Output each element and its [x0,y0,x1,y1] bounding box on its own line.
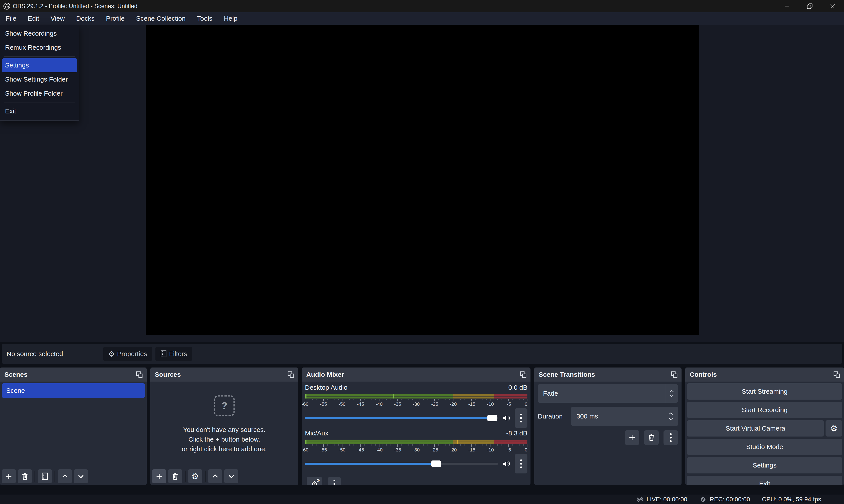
close-icon [829,3,836,10]
scale-label: -20 [450,447,457,453]
scale-label: -25 [431,401,438,407]
preview-canvas[interactable] [146,24,699,335]
menu-separator [4,102,75,103]
mixer-menu-button[interactable] [328,477,341,485]
mixer-channel-desktop-audio: Desktop Audio 0.0 dB -60-55-50-45- [305,384,527,428]
slider-handle[interactable] [431,461,441,467]
meter-tick-marks [305,445,527,447]
start-streaming-button[interactable]: Start Streaming [687,383,842,400]
close-button[interactable] [821,0,844,12]
filters-button[interactable]: Filters [156,347,192,361]
menubar-item[interactable]: File [0,12,22,24]
menu-item-show-profile-folder[interactable]: Show Profile Folder [0,86,79,101]
volume-slider[interactable] [305,417,498,419]
transition-menu-button[interactable] [664,430,678,445]
kebab-icon [334,480,335,485]
volume-slider[interactable] [305,463,498,465]
filters-icon [160,350,167,358]
mixer-channel-mic-aux: Mic/Aux -8.3 dB -60-55-50-45-40-35 [305,430,527,473]
minimize-button[interactable] [775,0,798,12]
duration-spinbox[interactable]: 300 ms [571,407,678,426]
plus-icon [628,434,636,442]
transition-select[interactable]: Fade [538,384,678,403]
settings-button[interactable]: Settings [687,457,842,473]
duration-label: Duration [538,413,571,420]
volume-meter [305,394,527,398]
start-virtual-camera-button[interactable]: Start Virtual Camera [687,420,824,436]
exit-button[interactable]: Exit [687,476,842,485]
audio-mixer-title: Audio Mixer [306,371,344,378]
menubar-item[interactable]: Scene Collection [130,12,191,24]
kebab-icon [520,414,522,422]
filters-icon [41,472,49,480]
controls-body: Start Streaming Start Recording Start Vi… [685,382,844,485]
toolbar-separator [185,471,185,482]
scale-label: -5 [507,447,511,453]
remove-source-button[interactable] [168,469,182,483]
start-recording-button[interactable]: Start Recording [687,402,842,418]
scale-label: -40 [376,401,382,407]
channel-menu-button[interactable] [515,454,527,473]
scene-filters-button[interactable] [38,469,52,483]
toolbar-separator [205,471,205,482]
scale-label: 0 [525,447,527,453]
spin-up-button[interactable] [668,412,674,415]
menu-item-settings[interactable]: Settings [2,58,77,72]
source-properties-button[interactable]: ⚙ [188,469,202,483]
scale-label: -50 [339,447,346,453]
chevron-down-icon [227,472,235,480]
scale-label: -45 [357,401,364,407]
menubar-item[interactable]: View [45,12,70,24]
add-source-button[interactable] [152,469,166,483]
source-status-text: No source selected [2,350,103,358]
menubar-item[interactable]: Tools [191,12,218,24]
plus-icon [5,472,13,480]
scenes-panel-header: Scenes [0,367,147,382]
menu-item-exit[interactable]: Exit [0,104,79,118]
move-scene-up-button[interactable] [58,469,72,483]
scale-label: -60 [302,447,308,453]
duration-value: 300 ms [571,413,664,420]
gear-icon: ⚙ [830,424,838,433]
remove-transition-button[interactable] [644,430,659,445]
menubar-item[interactable]: Help [218,12,243,24]
kebab-icon [520,460,522,468]
menu-item-show-settings-folder[interactable]: Show Settings Folder [0,72,79,86]
scale-label: -55 [320,447,327,453]
restore-button[interactable] [798,0,821,12]
add-scene-button[interactable] [2,469,16,483]
properties-button[interactable]: ⚙ Properties [103,347,152,361]
meter-input-tick [305,439,306,444]
scale-label: -15 [468,447,475,453]
menubar-item[interactable]: Edit [22,12,45,24]
speaker-icon[interactable] [502,414,511,422]
menubar-item[interactable]: Profile [100,12,130,24]
spin-down-button[interactable] [668,417,674,421]
menubar-item[interactable]: Docks [71,12,100,24]
scene-list-item-selected[interactable]: Scene [2,383,145,398]
move-scene-down-button[interactable] [74,469,88,483]
scale-label: -10 [487,401,494,407]
live-status: LIVE: 00:00:00 [636,496,687,503]
channel-menu-button[interactable] [515,408,527,428]
speaker-icon[interactable] [502,460,511,468]
sources-list[interactable]: ? You don't have any sources. Click the … [150,382,298,485]
add-transition-button[interactable] [625,430,639,445]
scale-label: -30 [413,447,420,453]
remove-scene-button[interactable] [18,469,32,483]
advanced-audio-button[interactable]: ⚙ ⚙ [307,477,322,485]
popout-icon [670,371,678,378]
move-source-up-button[interactable] [208,469,222,483]
slider-handle[interactable] [487,415,497,421]
menu-item-show-recordings[interactable]: Show Recordings [0,26,79,40]
virtual-camera-config-button[interactable]: ⚙ [826,420,842,436]
scale-label: -55 [320,401,327,407]
toolbar-separator [55,471,55,482]
menu-item-remux-recordings[interactable]: Remux Recordings [0,40,79,55]
transition-select-arrows [665,384,678,403]
scenes-panel: Scenes Scene [0,367,147,485]
trash-icon [21,472,29,480]
studio-mode-button[interactable]: Studio Mode [687,439,842,455]
move-source-down-button[interactable] [224,469,238,483]
rec-status: REC: 00:00:00 [699,496,750,503]
